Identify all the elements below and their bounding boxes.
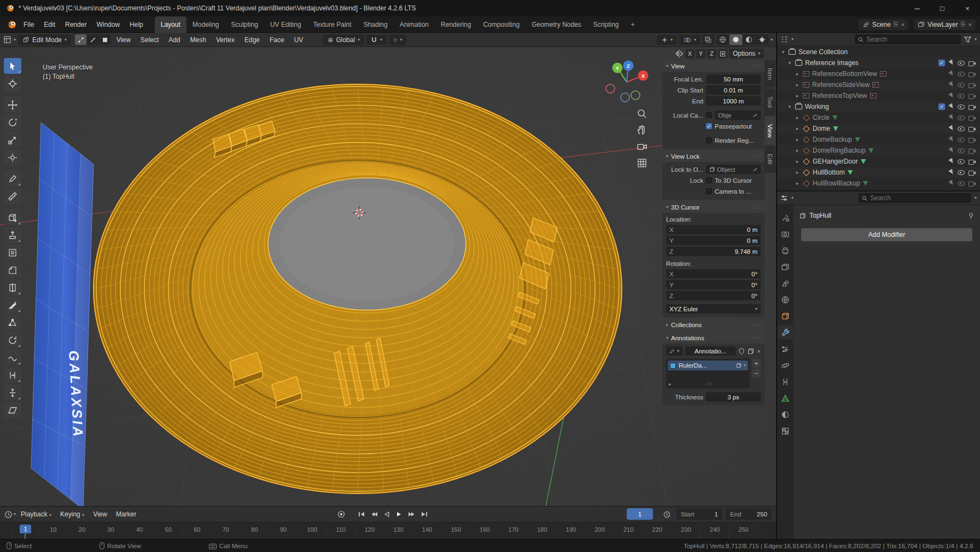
smooth-tool[interactable] (4, 350, 21, 365)
workspace-tab-texture-paint[interactable]: Texture Paint (307, 16, 358, 33)
collection-checkbox[interactable]: ✓ (938, 103, 945, 110)
editor-type-dropdown-icon[interactable]: ▾ (791, 196, 794, 200)
cursor-rot-y-field[interactable]: Y0° (666, 280, 761, 289)
transform-tool[interactable] (4, 149, 21, 165)
workspace-tab-animation[interactable]: Animation (394, 16, 435, 33)
render-visibility-icon[interactable] (968, 82, 976, 88)
hide-icon[interactable] (957, 60, 965, 66)
loop-cut-tool[interactable] (4, 280, 21, 295)
cursor-loc-y-field[interactable]: Y0 m (666, 236, 761, 245)
play-reverse-button[interactable] (381, 508, 392, 520)
cursor-loc-z-field[interactable]: Z9.748 m (666, 247, 761, 256)
extrude-region-tool[interactable] (4, 227, 21, 243)
thickness-field[interactable]: 3 px (706, 392, 761, 402)
outliner-row-hullbottom[interactable]: ▸HullBottom (777, 167, 980, 178)
menu-help[interactable]: Help (125, 19, 148, 31)
drag-grip-icon[interactable]: ∷∷ (706, 381, 712, 387)
wireframe-shading-button[interactable] (716, 34, 729, 45)
mode-selector[interactable]: Edit Mode ▾ (18, 34, 71, 45)
workspace-tab-scripting[interactable]: Scripting (587, 16, 625, 33)
frame-start-field[interactable]: Start1 (676, 508, 722, 520)
knife-tool[interactable] (4, 297, 21, 313)
filter-icon[interactable] (964, 36, 971, 43)
workspace-tab-compositing[interactable]: Compositing (477, 16, 526, 33)
properties-search-input[interactable] (870, 194, 968, 202)
expand-icon[interactable]: ▸ (795, 148, 800, 153)
selectable-icon[interactable] (948, 136, 954, 143)
play-button[interactable] (394, 508, 405, 520)
material-preview-button[interactable] (743, 34, 755, 45)
render-visibility-icon[interactable] (968, 136, 976, 143)
workspace-tab-sculpting[interactable]: Sculpting (225, 16, 264, 33)
timeline-editor-icon[interactable] (4, 510, 13, 519)
rotate-tool[interactable] (4, 114, 21, 130)
options-dropdown-icon[interactable]: ▾ (975, 196, 977, 200)
selectable-icon[interactable] (948, 114, 954, 121)
move-tool[interactable] (4, 97, 21, 113)
expand-icon[interactable]: ▸ (669, 381, 672, 387)
local-camera-checkbox[interactable] (706, 112, 712, 118)
tab-material[interactable] (778, 408, 793, 421)
outliner-row-domeringbackup[interactable]: ▸DomeRingBackup (777, 145, 980, 156)
maximize-button[interactable]: □ (930, 0, 955, 16)
pin-icon[interactable] (967, 212, 975, 219)
bevel-tool[interactable] (4, 262, 21, 278)
passepartout-checkbox[interactable]: ✓ (706, 123, 712, 129)
expand-icon[interactable]: ▸ (795, 115, 800, 120)
use-preview-range-icon[interactable] (663, 510, 671, 519)
outliner-row-reference-images[interactable]: ▾Reference Images ✓ (777, 57, 980, 68)
poly-build-tool[interactable] (4, 315, 21, 330)
outliner-row-domebackup[interactable]: ▸DomeBackup (777, 134, 980, 145)
editor-type-dropdown-icon[interactable]: ▾ (14, 38, 16, 42)
outliner-row-working[interactable]: ▾Working ✓ (777, 101, 980, 112)
render-visibility-icon[interactable] (968, 114, 976, 121)
workspace-tab-geometry-nodes[interactable]: Geometry Nodes (526, 16, 587, 33)
eyedropper-icon[interactable] (752, 167, 757, 172)
viewlayer-selector[interactable]: ViewLayer ⎘ × (914, 19, 976, 30)
tab-physics[interactable] (778, 358, 793, 372)
transform-orientation-selector[interactable]: ⊕ Global ▾ (323, 34, 364, 45)
layer-color-chip[interactable] (670, 363, 676, 369)
viewport-menu-add[interactable]: Add (165, 34, 184, 45)
remove-viewlayer-icon[interactable]: × (969, 21, 972, 28)
hide-icon[interactable] (957, 169, 965, 176)
expand-icon[interactable]: ▸ (795, 159, 800, 164)
workspace-tab-layout[interactable]: Layout (155, 16, 186, 33)
viewport-menu-view[interactable]: View (113, 34, 135, 45)
selectable-icon[interactable] (948, 180, 954, 187)
filter-dropdown-icon[interactable]: ▾ (975, 37, 977, 42)
collections-section-header[interactable]: ▸Collections∷∷ (662, 319, 765, 330)
timeline-ruler[interactable]: 1020304050607080901001101201301401501601… (0, 522, 776, 539)
tab-tool[interactable] (778, 211, 793, 224)
workspace-tab-modeling[interactable]: Modeling (186, 16, 225, 33)
vertex-select-button[interactable] (75, 34, 86, 45)
unlink-scene-icon[interactable]: × (901, 21, 905, 28)
editor-type-dropdown-icon[interactable]: ▾ (14, 512, 16, 516)
lock-to-object-field[interactable]: Object (706, 165, 761, 174)
selectable-icon[interactable] (948, 82, 954, 88)
viewport-menu-select[interactable]: Select (137, 34, 162, 45)
viewport-menu-edge[interactable]: Edge (241, 34, 264, 45)
properties-search[interactable] (859, 193, 971, 203)
render-visibility-icon[interactable] (968, 71, 976, 77)
clip-end-field[interactable]: 1000 m (706, 96, 761, 106)
hide-icon[interactable] (957, 82, 965, 88)
annotations-section-header[interactable]: ▾Annotations∷∷ (662, 332, 765, 344)
copy-icon[interactable] (736, 363, 742, 368)
collection-checkbox[interactable]: ✓ (938, 60, 945, 66)
select-box-tool[interactable] (4, 58, 21, 74)
viewport-menu-uv[interactable]: UV (290, 34, 307, 45)
selectable-icon[interactable] (948, 147, 954, 154)
render-visibility-icon[interactable] (968, 103, 976, 110)
new-scene-icon[interactable]: ⎘ (894, 21, 899, 28)
new-viewlayer-icon[interactable]: ⎘ (961, 21, 966, 28)
add-modifier-button[interactable]: Add Modifier (801, 228, 972, 241)
remove-layer-button[interactable]: − (752, 369, 761, 377)
add-workspace-button[interactable]: + (625, 16, 641, 33)
selectable-icon[interactable] (948, 103, 954, 110)
outliner-editor-icon[interactable] (780, 36, 788, 43)
rendered-shading-button[interactable] (756, 34, 768, 45)
selectable-icon[interactable] (948, 71, 954, 77)
hide-icon[interactable] (957, 180, 965, 187)
selectable-icon[interactable] (948, 92, 954, 99)
